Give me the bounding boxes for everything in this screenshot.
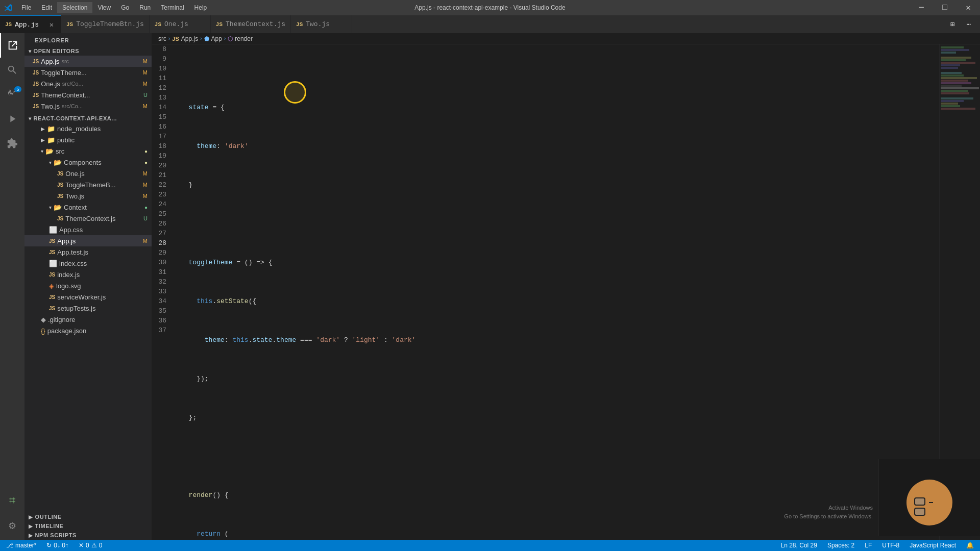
file-theme-context-js[interactable]: JS ThemeContext.js U: [24, 213, 152, 224]
line-ending[interactable]: LF: [863, 540, 874, 551]
git-branch-icon: ⎇: [6, 542, 13, 549]
open-editor-app-js[interactable]: JS App.js src M: [24, 56, 152, 67]
breadcrumb-render[interactable]: render: [235, 35, 253, 42]
js-breadcrumb-icon: JS: [172, 36, 179, 42]
menu-go[interactable]: Go: [116, 2, 134, 13]
run-debug-icon[interactable]: [0, 107, 24, 131]
settings-icon[interactable]: ⚙: [0, 513, 24, 538]
notification-bell[interactable]: 🔔: [964, 540, 976, 551]
file-path: src/Co...: [62, 81, 83, 87]
file-name: Two.js: [65, 192, 84, 200]
menu-view[interactable]: View: [92, 2, 116, 13]
activate-windows-line2: Go to Settings to activate Windows.: [784, 512, 873, 521]
file-gitignore[interactable]: ◆ .gitignore: [24, 314, 152, 325]
file-encoding[interactable]: UTF-8: [880, 540, 901, 551]
tab-theme-context-js[interactable]: JS ThemeContext.js: [211, 15, 291, 33]
open-editors-header[interactable]: ▾ OPEN EDITORS: [24, 46, 152, 56]
folder-icon: 📁: [47, 125, 55, 133]
menu-run[interactable]: Run: [134, 2, 156, 13]
file-logo-svg[interactable]: ◈ logo.svg: [24, 280, 152, 291]
error-status[interactable]: ✕ 0 ⚠ 0: [77, 540, 104, 551]
tab-two-js[interactable]: JS Two.js: [291, 15, 352, 33]
cursor-position[interactable]: Ln 28, Col 29: [779, 540, 819, 551]
open-editor-one-js[interactable]: JS One.js src/Co... M: [24, 78, 152, 89]
menu-edit[interactable]: Edit: [36, 2, 57, 13]
outline-section[interactable]: ▶ OUTLINE: [24, 512, 152, 521]
tab-app-js[interactable]: JS App.js ✕: [0, 15, 61, 33]
menu-file[interactable]: File: [16, 2, 36, 13]
face-glasses: [914, 497, 945, 508]
file-index-css[interactable]: ⬜ index.css: [24, 258, 152, 269]
close-button[interactable]: ✕: [957, 0, 980, 15]
activity-bar: 5 ⌗ ⚙: [0, 33, 24, 540]
face-head: [906, 480, 952, 525]
chevron-down-icon: ▾: [49, 160, 52, 165]
minimize-button[interactable]: ─: [910, 0, 933, 15]
remote-explorer-icon[interactable]: ⌗: [0, 489, 24, 513]
face-container: [906, 474, 952, 520]
open-editor-theme-context[interactable]: JS ThemeContext... U: [24, 89, 152, 101]
maximize-button[interactable]: □: [933, 0, 957, 15]
breadcrumb-src[interactable]: src: [158, 35, 166, 42]
split-editor-button[interactable]: ⊞: [945, 17, 960, 32]
file-app-css[interactable]: ⬜ App.css: [24, 224, 152, 235]
title-bar-left: File Edit Selection View Go Run Terminal…: [4, 2, 212, 13]
folder-public[interactable]: ▶ 📁 public: [24, 134, 152, 145]
breadcrumb-app-js[interactable]: App.js: [181, 35, 198, 42]
file-tree: ▶ 📁 node_modules ▶ 📁 public ▾ 📂 src ●: [24, 123, 152, 336]
folder-node-modules[interactable]: ▶ 📁 node_modules: [24, 123, 152, 134]
open-editor-two-js[interactable]: JS Two.js src/Co... M: [24, 101, 152, 112]
file-package-json[interactable]: {} package.json: [24, 325, 152, 336]
tab-toggle-theme-btn[interactable]: JS ToggleThemeBtn.js: [61, 15, 150, 33]
breadcrumb-app-class[interactable]: App: [211, 35, 222, 42]
explorer-icon[interactable]: [0, 33, 24, 58]
file-app-js[interactable]: JS App.js M: [24, 235, 152, 246]
file-app-test-js[interactable]: JS App.test.js: [24, 246, 152, 258]
chevron-right-icon: ▶: [41, 137, 45, 143]
tab-one-js[interactable]: JS One.js: [150, 15, 211, 33]
line-num-17: 17: [152, 132, 170, 141]
js-file-icon: JS: [49, 306, 55, 311]
method-breadcrumb-icon: ⬡: [228, 35, 233, 42]
folder-components[interactable]: ▾ 📂 Components ●: [24, 157, 152, 168]
file-toggle-theme-btn[interactable]: JS ToggleThemeB... M: [24, 179, 152, 190]
file-type[interactable]: JavaScript React: [908, 540, 958, 551]
open-editor-toggle-theme[interactable]: JS ToggleTheme... M: [24, 67, 152, 78]
file-service-worker[interactable]: JS serviceWorker.js: [24, 291, 152, 303]
open-editors-label: OPEN EDITORS: [34, 48, 80, 54]
git-branch[interactable]: ⎇ master*: [4, 540, 38, 551]
menu-selection[interactable]: Selection: [57, 2, 92, 13]
chevron-right-icon: ▶: [29, 514, 33, 520]
folder-context[interactable]: ▾ 📂 Context ●: [24, 202, 152, 213]
line-numbers: 8 9 10 11 12 13 14 15 16 17 18 19 20 21 …: [152, 44, 177, 540]
timeline-label: TIMELINE: [35, 523, 64, 529]
folder-name: public: [57, 136, 75, 144]
code-content[interactable]: state = { theme: 'dark' } toggleThe: [177, 44, 939, 540]
file-setup-tests[interactable]: JS setupTests.js: [24, 303, 152, 314]
file-index-js[interactable]: JS index.js: [24, 269, 152, 280]
untracked-badge: U: [143, 215, 148, 221]
file-two-js[interactable]: JS Two.js M: [24, 190, 152, 202]
code-line-11: [181, 219, 939, 229]
code-editor[interactable]: 8 9 10 11 12 13 14 15 16 17 18 19 20 21 …: [152, 44, 980, 540]
file-one-js[interactable]: JS One.js M: [24, 168, 152, 179]
more-actions-button[interactable]: ⋯: [962, 17, 976, 32]
breadcrumb: src › JS App.js › ⬟ App › ⬡ render: [152, 33, 980, 44]
line-num-24: 24: [152, 199, 170, 209]
indentation[interactable]: Spaces: 2: [825, 540, 856, 551]
npm-scripts-section[interactable]: ▶ NPM SCRIPTS: [24, 531, 152, 540]
menu-help[interactable]: Help: [189, 2, 212, 13]
menu-terminal[interactable]: Terminal: [156, 2, 189, 13]
tab-close-icon[interactable]: ✕: [47, 20, 56, 29]
timeline-section[interactable]: ▶ TIMELINE: [24, 521, 152, 531]
line-num-15: 15: [152, 112, 170, 122]
line-num-32: 32: [152, 277, 170, 287]
folder-src[interactable]: ▾ 📂 src ●: [24, 145, 152, 157]
sync-status[interactable]: ↻ 0↓ 0↑: [44, 540, 70, 551]
file-name: serviceWorker.js: [57, 293, 106, 301]
source-control-icon[interactable]: 5: [0, 82, 24, 107]
breadcrumb-sep-2: ›: [200, 36, 202, 41]
project-header[interactable]: ▾ REACT-CONTEXT-API-EXA...: [24, 114, 152, 123]
extensions-icon[interactable]: [0, 131, 24, 156]
search-icon[interactable]: [0, 58, 24, 82]
